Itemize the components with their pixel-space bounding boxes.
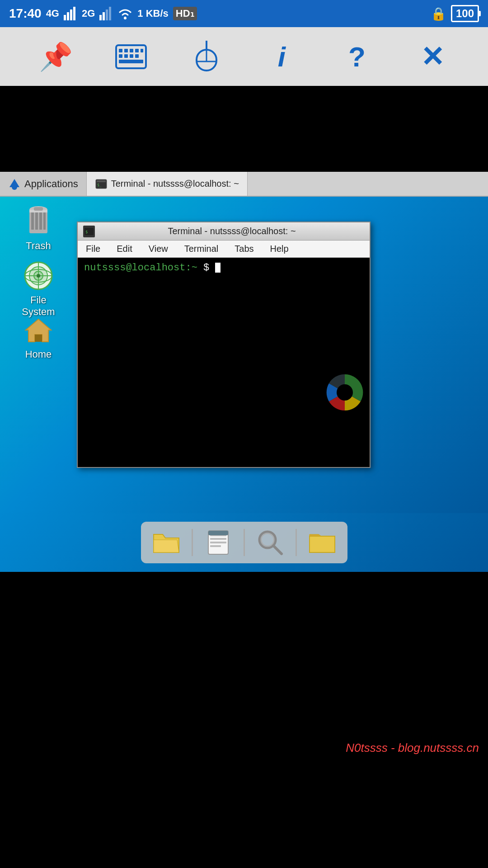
wifi-icon bbox=[117, 7, 133, 20]
terminal-body[interactable]: nutssss@localhost:~ $ bbox=[78, 258, 370, 467]
trash-icon bbox=[23, 206, 54, 237]
desktop-icon-home[interactable]: Home bbox=[14, 314, 63, 360]
terminal-prompt-text: nutssss@localhost:~ bbox=[84, 262, 197, 274]
lock-icon: 🔒 bbox=[431, 6, 446, 21]
taskbar-applications[interactable]: Applications bbox=[0, 172, 87, 196]
dock-item-file-manager[interactable] bbox=[202, 526, 235, 559]
svg-rect-16 bbox=[124, 54, 128, 58]
svg-rect-45 bbox=[35, 335, 42, 342]
dock bbox=[141, 522, 347, 563]
svg-rect-19 bbox=[119, 60, 143, 63]
status-bar: 17:40 4G 2G 1 KB/s HD₁ 🔒 100 bbox=[0, 0, 488, 27]
pin-button[interactable]: 📌 bbox=[38, 38, 74, 75]
bottom-black: N0tssss - blog.nutssss.cn bbox=[0, 572, 488, 764]
toolbar: 📌 i ? ✕ bbox=[0, 27, 488, 86]
svg-rect-32 bbox=[35, 212, 38, 230]
svg-rect-13 bbox=[135, 49, 139, 52]
network-4g: 4G bbox=[46, 8, 59, 19]
svg-rect-2 bbox=[70, 9, 72, 20]
svg-rect-27 bbox=[97, 180, 106, 182]
loading-spinner bbox=[324, 372, 365, 413]
info-icon: i bbox=[278, 41, 286, 73]
svg-text:$: $ bbox=[85, 230, 88, 234]
terminal-titlebar[interactable]: $ Terminal - nutssss@localhost: ~ bbox=[78, 222, 370, 241]
svg-line-57 bbox=[273, 546, 282, 554]
svg-point-56 bbox=[261, 533, 274, 546]
keyboard-button[interactable] bbox=[113, 38, 149, 75]
dock-item-folder[interactable] bbox=[306, 526, 338, 559]
bottom-dock-area bbox=[0, 513, 488, 572]
terminal-menu-terminal[interactable]: Terminal bbox=[181, 242, 222, 256]
svg-rect-54 bbox=[208, 531, 228, 535]
svg-rect-3 bbox=[73, 7, 75, 20]
svg-rect-0 bbox=[64, 15, 66, 20]
terminal-menu-file[interactable]: File bbox=[82, 242, 104, 256]
desktop: Trash File System Home bbox=[0, 197, 488, 513]
svg-rect-31 bbox=[31, 212, 34, 230]
svg-point-8 bbox=[124, 17, 127, 19]
svg-rect-52 bbox=[210, 542, 226, 543]
home-icon bbox=[23, 314, 54, 346]
mouse-icon bbox=[195, 41, 218, 72]
help-icon: ? bbox=[348, 41, 366, 73]
svg-rect-34 bbox=[43, 212, 46, 230]
status-left: 17:40 4G 2G 1 KB/s HD₁ bbox=[9, 6, 197, 21]
mouse-button[interactable] bbox=[188, 38, 225, 75]
svg-rect-11 bbox=[124, 49, 128, 52]
filesystem-icon bbox=[23, 260, 54, 292]
pin-icon: 📌 bbox=[39, 41, 73, 73]
terminal-menu-edit[interactable]: Edit bbox=[113, 242, 136, 256]
taskbar-terminal[interactable]: $_ Terminal - nutssss@localhost: ~ bbox=[87, 172, 248, 196]
taskbar: Applications $_ Terminal - nutssss@local… bbox=[0, 172, 488, 197]
terminal-menu-help[interactable]: Help bbox=[267, 242, 292, 256]
terminal-menu-tabs[interactable]: Tabs bbox=[231, 242, 257, 256]
hd-display: HD₁ bbox=[173, 7, 197, 20]
spinner-container bbox=[324, 372, 365, 413]
svg-rect-51 bbox=[210, 538, 226, 540]
svg-rect-18 bbox=[135, 54, 139, 58]
svg-rect-10 bbox=[119, 49, 122, 52]
svg-rect-17 bbox=[130, 54, 133, 58]
desktop-icon-trash[interactable]: Trash bbox=[14, 206, 63, 252]
svg-rect-12 bbox=[130, 49, 133, 52]
svg-rect-36 bbox=[34, 207, 43, 211]
trash-label: Trash bbox=[26, 240, 51, 252]
status-right: 🔒 100 bbox=[431, 5, 479, 22]
close-icon: ✕ bbox=[421, 40, 444, 73]
svg-rect-4 bbox=[99, 15, 102, 20]
svg-point-43 bbox=[37, 274, 40, 278]
help-button[interactable]: ? bbox=[339, 38, 375, 75]
dock-divider-2 bbox=[244, 529, 245, 556]
desktop-icon-filesystem[interactable]: File System bbox=[14, 260, 63, 318]
dock-divider-1 bbox=[192, 529, 193, 556]
svg-rect-1 bbox=[67, 12, 69, 20]
battery-indicator: 100 bbox=[451, 5, 479, 22]
terminal-taskbar-label: Terminal - nutssss@localhost: ~ bbox=[111, 179, 239, 189]
svg-point-25 bbox=[12, 184, 17, 190]
dock-divider-3 bbox=[296, 529, 297, 556]
black-area bbox=[0, 86, 488, 172]
terminal-window-icon: $ bbox=[83, 226, 95, 237]
terminal-menubar: File Edit View Terminal Tabs Help bbox=[78, 241, 370, 258]
svg-rect-6 bbox=[106, 9, 108, 20]
battery-level: 100 bbox=[456, 7, 474, 19]
speed-display: 1 KB/s bbox=[137, 8, 168, 19]
info-button[interactable]: i bbox=[263, 38, 300, 75]
signal-2g-icon bbox=[99, 7, 113, 20]
svg-rect-53 bbox=[210, 545, 221, 547]
time-display: 17:40 bbox=[9, 6, 42, 21]
svg-text:$_: $_ bbox=[97, 183, 102, 187]
applications-label: Applications bbox=[24, 178, 78, 190]
home-label: Home bbox=[25, 349, 52, 360]
dock-item-folder-open[interactable] bbox=[150, 526, 183, 559]
network-2g: 2G bbox=[82, 8, 95, 19]
svg-rect-33 bbox=[39, 212, 42, 230]
watermark: N0tssss - blog.nutssss.cn bbox=[346, 741, 479, 755]
svg-point-48 bbox=[337, 384, 353, 401]
terminal-window: $ Terminal - nutssss@localhost: ~ File E… bbox=[77, 222, 371, 468]
signal-4g-icon bbox=[64, 7, 77, 20]
close-button[interactable]: ✕ bbox=[414, 38, 450, 75]
svg-rect-14 bbox=[141, 49, 143, 52]
terminal-menu-view[interactable]: View bbox=[145, 242, 172, 256]
dock-item-search[interactable] bbox=[254, 526, 286, 559]
